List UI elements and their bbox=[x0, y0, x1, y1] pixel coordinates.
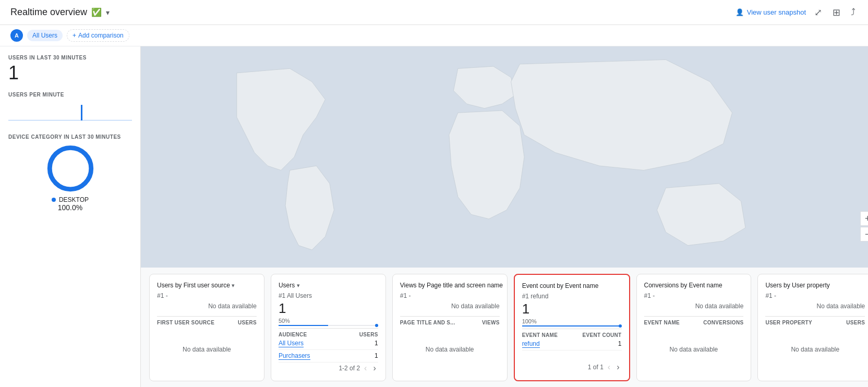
card-table-header-audience: AUDIENCE USERS bbox=[279, 328, 378, 337]
header-left: Realtime overview ✅ ▾ bbox=[10, 7, 110, 18]
avatar: A bbox=[10, 29, 23, 42]
card-audience: Users ▾ #1 All Users150% AUDIENCE USERS … bbox=[271, 274, 386, 381]
card-title-audience: Users ▾ bbox=[279, 282, 378, 289]
device-section: DEVICE CATEGORY IN LAST 30 MINUTES DESKT… bbox=[8, 134, 132, 212]
table-row: All Users 1 bbox=[279, 337, 378, 350]
prev-page-button-event-count: ‹ bbox=[606, 361, 612, 373]
card-col2-header-user-property: USERS bbox=[846, 320, 865, 325]
card-rank-user-property: #1 - bbox=[765, 292, 865, 299]
card-bar-audience bbox=[279, 325, 378, 326]
card-no-data-top-page-title: No data available bbox=[400, 303, 500, 310]
card-dropdown-icon-audience[interactable]: ▾ bbox=[297, 282, 300, 288]
table-row: refund 1 bbox=[522, 338, 622, 350]
card-rank-page-title: #1 - bbox=[400, 292, 500, 299]
pagination-label-event-count: 1 of 1 bbox=[588, 364, 604, 371]
card-no-data-top-conversions: No data available bbox=[644, 303, 744, 310]
card-user-property: Users by User property #1 -No data avail… bbox=[757, 274, 868, 381]
users-per-minute-label: USERS PER MINUTE bbox=[8, 92, 132, 98]
svg-point-1 bbox=[50, 148, 91, 189]
card-no-data-center-conversions: No data available bbox=[644, 325, 744, 373]
add-icon: + bbox=[73, 32, 76, 39]
expand-button[interactable]: ⤢ bbox=[812, 5, 824, 20]
map-zoom-controls: + − bbox=[860, 211, 868, 241]
sparkline-baseline bbox=[8, 120, 132, 120]
zoom-in-button[interactable]: + bbox=[860, 211, 868, 226]
card-no-data-top-user-property: No data available bbox=[765, 303, 865, 310]
card-rank-audience: #1 All Users bbox=[279, 292, 378, 299]
card-bar-dot-audience bbox=[375, 324, 378, 327]
card-rank-conversions: #1 - bbox=[644, 292, 744, 299]
view-snapshot-label: View user snapshot bbox=[747, 8, 806, 16]
tile-button[interactable]: ⊞ bbox=[830, 5, 842, 20]
table-cell-col1-audience-0[interactable]: All Users bbox=[279, 340, 304, 347]
page-title: Realtime overview bbox=[10, 7, 87, 18]
table-row: Purchasers 1 bbox=[279, 350, 378, 362]
card-table-header-user-property: USER PROPERTY USERS bbox=[765, 316, 865, 325]
card-col2-header-page-title: VIEWS bbox=[482, 320, 500, 325]
users-per-minute-section: USERS PER MINUTE bbox=[8, 92, 132, 126]
card-pct-event-count: 100% bbox=[522, 318, 622, 324]
table-cell-col1-audience-1[interactable]: Purchasers bbox=[279, 352, 310, 360]
card-title-conversions: Conversions by Event name bbox=[644, 282, 744, 289]
table-cell-col1-event-count-0[interactable]: refund bbox=[522, 340, 540, 348]
card-rank-event-count: #1 refund bbox=[522, 293, 622, 300]
desktop-label: DESKTOP bbox=[59, 196, 89, 203]
card-first-user-source: Users by First user source ▾ #1 -No data… bbox=[149, 274, 264, 381]
table-cell-col2-audience-1: 1 bbox=[375, 352, 378, 360]
card-main-value-event-count: 1 bbox=[522, 301, 622, 317]
card-table-header-first-user-source: FIRST USER SOURCE USERS bbox=[157, 316, 257, 325]
map-area: + − bbox=[141, 46, 868, 268]
card-col1-header-conversions: EVENT NAME bbox=[644, 320, 680, 325]
share-button[interactable]: ⤴ bbox=[849, 5, 858, 20]
card-no-data-center-user-property: No data available bbox=[765, 325, 865, 373]
add-comparison-label: Add comparison bbox=[78, 32, 124, 39]
card-col1-header-page-title: PAGE TITLE AND S... bbox=[400, 320, 455, 325]
cards-row: Users by First user source ▾ #1 -No data… bbox=[141, 268, 868, 387]
card-pagination-audience: 1-2 of 2 ‹ › bbox=[279, 362, 378, 374]
card-bar-fill-audience bbox=[279, 325, 328, 326]
world-map bbox=[141, 46, 868, 268]
card-title-user-property: Users by User property bbox=[765, 282, 865, 289]
card-rank-first-user-source: #1 - bbox=[157, 292, 257, 299]
card-col1-header-first-user-source: FIRST USER SOURCE bbox=[157, 320, 214, 325]
card-dropdown-icon-first-user-source[interactable]: ▾ bbox=[232, 282, 235, 288]
card-page-title: Views by Page title and screen name #1 -… bbox=[392, 274, 508, 381]
prev-page-button-audience: ‹ bbox=[362, 362, 369, 374]
card-col2-header-event-count: EVENT COUNT bbox=[583, 332, 622, 338]
card-conversions: Conversions by Event name #1 -No data av… bbox=[636, 274, 752, 381]
card-title-page-title: Views by Page title and screen name bbox=[400, 282, 500, 289]
sparkline-bar bbox=[81, 105, 82, 120]
card-col2-header-first-user-source: USERS bbox=[238, 320, 257, 325]
users-30min-label: USERS IN LAST 30 MINUTES bbox=[8, 55, 132, 61]
header-right: 👤 View user snapshot ⤢ ⊞ ⤴ bbox=[736, 5, 858, 20]
card-bar-fill-event-count bbox=[522, 325, 622, 326]
view-snapshot-button[interactable]: 👤 View user snapshot bbox=[736, 8, 806, 16]
card-col2-header-audience: USERS bbox=[359, 332, 378, 337]
subheader: A All Users + Add comparison bbox=[0, 25, 868, 46]
card-no-data-center-first-user-source: No data available bbox=[157, 325, 257, 373]
donut-legend: DESKTOP bbox=[52, 196, 89, 203]
users-30min-section: USERS IN LAST 30 MINUTES 1 bbox=[8, 55, 132, 83]
card-bar-dot-event-count bbox=[619, 324, 622, 328]
table-cell-col2-audience-0: 1 bbox=[375, 340, 378, 347]
card-bar-event-count bbox=[522, 325, 622, 326]
status-icon: ✅ bbox=[91, 7, 102, 17]
next-page-button-audience[interactable]: › bbox=[371, 362, 378, 374]
next-page-button-event-count[interactable]: › bbox=[614, 361, 621, 373]
card-bar-track-audience bbox=[279, 325, 378, 326]
all-users-badge[interactable]: All Users bbox=[27, 30, 63, 41]
add-comparison-button[interactable]: + Add comparison bbox=[67, 29, 129, 42]
zoom-out-button[interactable]: − bbox=[860, 227, 868, 241]
card-title-first-user-source: Users by First user source ▾ bbox=[157, 282, 257, 289]
card-col1-header-user-property: USER PROPERTY bbox=[765, 320, 812, 325]
header-dropdown-icon[interactable]: ▾ bbox=[106, 8, 110, 17]
card-bar-track-event-count bbox=[522, 325, 622, 326]
card-table-header-event-count: EVENT NAME EVENT COUNT bbox=[522, 329, 622, 338]
users-30min-value: 1 bbox=[8, 63, 132, 83]
card-col1-header-event-count: EVENT NAME bbox=[522, 332, 558, 338]
card-table-header-conversions: EVENT NAME CONVERSIONS bbox=[644, 316, 744, 325]
sparkline-chart bbox=[8, 100, 132, 126]
card-col2-header-conversions: CONVERSIONS bbox=[703, 320, 743, 325]
donut-container: DESKTOP 100.0% bbox=[8, 145, 132, 212]
right-section: + − Users by First user source ▾ #1 -No … bbox=[141, 46, 868, 387]
